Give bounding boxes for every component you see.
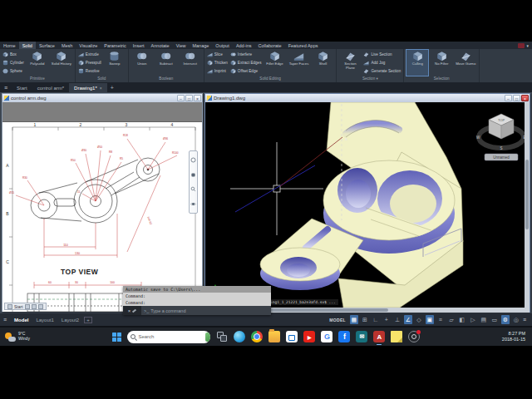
google-icon[interactable]: G: [321, 331, 332, 342]
panel-label-solid[interactable]: Solid: [76, 76, 128, 82]
no-filter-button[interactable]: No Filter: [431, 50, 452, 76]
isolate-objects-icon[interactable]: ◎: [512, 315, 520, 324]
transparency-icon[interactable]: ▱: [447, 315, 456, 324]
offset-edge-button[interactable]: Offset Edge: [230, 68, 262, 74]
grid-toggle-icon[interactable]: ▦: [350, 315, 358, 324]
close-button[interactable]: ×: [521, 95, 529, 101]
selection-cycling-icon[interactable]: ◧: [458, 315, 466, 324]
mail-icon[interactable]: ✉: [356, 331, 367, 342]
model-viewport[interactable]: x N E S W TOP Unnamed: [205, 102, 530, 313]
model-tab[interactable]: Model: [12, 318, 31, 323]
microsoft-store-icon[interactable]: [286, 331, 298, 342]
file-tab-start[interactable]: Start: [12, 83, 32, 92]
ortho-toggle-icon[interactable]: ⊥: [393, 315, 401, 324]
command-line-palette[interactable]: Automatic save to C:\Users\... Command: …: [123, 286, 271, 315]
sticky-notes-icon[interactable]: [391, 331, 402, 342]
isodraft-icon[interactable]: ◇: [415, 315, 423, 324]
file-explorer-icon[interactable]: [268, 331, 280, 342]
tab-add-ins[interactable]: Add-ins: [233, 42, 255, 49]
panel-label-boolean[interactable]: Boolean: [129, 76, 204, 82]
panel-label-section[interactable]: Section ▾: [337, 76, 403, 82]
tab-visualize[interactable]: Visualize: [76, 42, 101, 49]
panel-label-selection[interactable]: Selection: [404, 76, 479, 82]
fillet-edge-button[interactable]: Fillet Edge: [264, 50, 285, 76]
extract-edges-button[interactable]: Extract Edges: [230, 60, 262, 66]
tab-solid[interactable]: Solid: [19, 42, 36, 49]
tab-mesh[interactable]: Mesh: [58, 42, 76, 49]
shell-button[interactable]: Shell: [312, 50, 333, 76]
youtube-icon[interactable]: ▶: [303, 331, 315, 342]
edge-browser-icon[interactable]: [234, 331, 245, 342]
object-snap-icon[interactable]: ▣: [426, 315, 434, 324]
tab-surface[interactable]: Surface: [36, 42, 58, 49]
window-drawing1[interactable]: Drawing1.dwg – □ ×: [204, 93, 530, 313]
lineweight-icon[interactable]: ≡: [436, 315, 445, 324]
panel-label-primitive[interactable]: Primitive: [0, 76, 75, 82]
imprint-button[interactable]: Imprint: [207, 68, 228, 74]
snap-toggle-icon[interactable]: ⊞: [361, 315, 369, 324]
extrude-button[interactable]: Extrude: [78, 52, 101, 57]
infocenter-button[interactable]: ▾: [518, 42, 532, 49]
document-mini-bar[interactable]: Start: [4, 303, 47, 310]
2d-drawing[interactable]: 1 2 3 4 A B C: [2, 122, 202, 312]
3d-model-view[interactable]: x N E S W TOP Unnamed: [205, 102, 526, 308]
close-tab-icon[interactable]: ×: [100, 86, 102, 91]
search-input[interactable]: [138, 334, 203, 339]
file-tab-control-arm[interactable]: control arm*: [32, 83, 69, 92]
autocad-icon[interactable]: A: [373, 331, 385, 342]
customization-menu-icon[interactable]: ≡: [523, 317, 529, 323]
culling-button[interactable]: Culling: [406, 50, 428, 76]
3d-osnap-icon[interactable]: ▷: [469, 315, 477, 324]
scrollbar-thumb[interactable]: [525, 160, 529, 229]
file-tab-drawing1[interactable]: Drawing1* ×: [69, 83, 107, 92]
command-palette-controls[interactable]: ×: [123, 306, 141, 315]
tab-insert[interactable]: Insert: [130, 42, 148, 49]
window-title-bar[interactable]: control arm.dwg – □ ×: [2, 94, 202, 102]
generate-section-button[interactable]: Generate Section: [363, 68, 401, 74]
tab-output[interactable]: Output: [212, 42, 233, 49]
move-gizmo-button[interactable]: Move Gizmo: [455, 50, 476, 76]
tab-manage[interactable]: Manage: [189, 42, 212, 49]
facebook-icon[interactable]: f: [338, 331, 350, 342]
zoom-icon[interactable]: [190, 186, 196, 192]
live-section-button[interactable]: Live Section: [363, 52, 401, 57]
customize-icon[interactable]: [132, 308, 136, 313]
panel-label-solid-editing[interactable]: Solid Editing: [204, 76, 337, 82]
chrome-browser-icon[interactable]: [251, 331, 263, 342]
pencil-mini-icon[interactable]: [25, 304, 30, 309]
steering-wheel-icon[interactable]: [190, 157, 196, 163]
tab-annotate[interactable]: Annotate: [148, 42, 173, 49]
task-view-button[interactable]: [216, 331, 228, 342]
tab-parametric[interactable]: Parametric: [101, 42, 130, 49]
tab-home[interactable]: Home: [0, 42, 19, 49]
search-box[interactable]: [127, 331, 210, 343]
taper-faces-button[interactable]: Taper Faces: [288, 50, 309, 76]
thicken-button[interactable]: Thicken: [207, 60, 228, 66]
grid-mini-icon[interactable]: [7, 304, 12, 309]
new-tab-button[interactable]: +: [107, 83, 117, 92]
model-space-badge[interactable]: MODEL: [329, 318, 347, 323]
interfere-button[interactable]: Interfere: [230, 52, 262, 57]
workspace-gear-icon[interactable]: ⚙: [501, 315, 510, 324]
cylinder-button[interactable]: Cylinder: [2, 60, 24, 66]
add-jog-button[interactable]: Add Jog: [363, 60, 401, 66]
taskbar-clock[interactable]: 8:27 PM 2018-01-15: [420, 331, 532, 342]
window-control-arm[interactable]: control arm.dwg – □ ×: [2, 93, 203, 312]
sweep-button[interactable]: Sweep: [104, 50, 126, 76]
presspull-button[interactable]: Presspull: [78, 60, 101, 66]
circle-mini-icon[interactable]: [32, 304, 37, 309]
command-input-row[interactable]: >_: [141, 306, 271, 315]
tab-view[interactable]: View: [173, 42, 190, 49]
polysolid-button[interactable]: Polysolid: [27, 50, 48, 76]
window-title-bar[interactable]: Drawing1.dwg – □ ×: [205, 94, 530, 102]
navigation-bar[interactable]: [189, 150, 198, 214]
maximize-button[interactable]: □: [513, 95, 520, 101]
tab-featured-apps[interactable]: Featured Apps: [285, 42, 322, 49]
polar-tracking-icon[interactable]: ∠: [404, 315, 412, 324]
maximize-button[interactable]: □: [185, 95, 193, 101]
vertical-scrollbar[interactable]: [525, 102, 530, 308]
new-layout-button[interactable]: +: [84, 317, 92, 323]
annotation-icon[interactable]: ▭: [490, 315, 499, 324]
start-button[interactable]: [111, 332, 121, 342]
layout-menu-icon[interactable]: ≡: [3, 317, 9, 323]
